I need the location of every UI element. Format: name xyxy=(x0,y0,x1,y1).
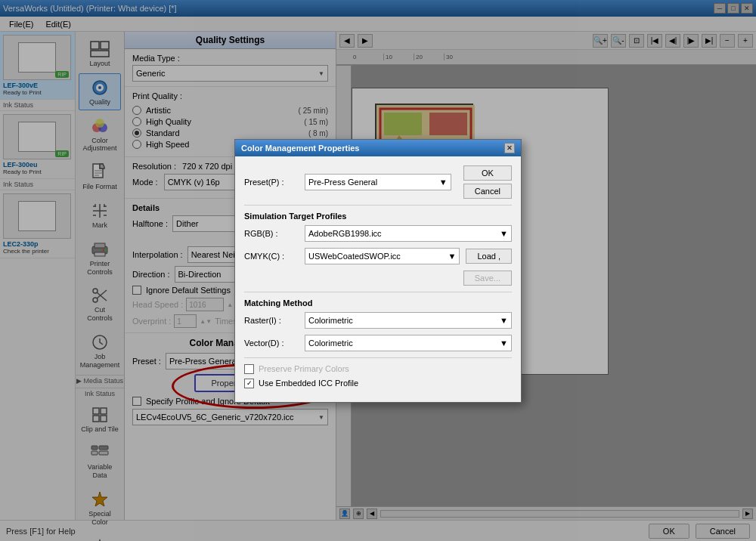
dialog-raster-row: Raster(I) : Colorimetric ▼ xyxy=(244,312,512,329)
dialog-rgb-value: AdobeRGB1998.icc xyxy=(308,229,382,238)
dialog-save-button[interactable]: Save... xyxy=(463,270,512,286)
dialog-matching-label: Matching Method xyxy=(244,298,512,308)
dialog-action-buttons: OK Cancel xyxy=(457,165,512,199)
dialog-use-embedded-row[interactable]: ✓ Use Embedded ICC Profile xyxy=(244,379,512,388)
dialog-overlay: Color Management Properties ✕ Preset(P) … xyxy=(0,0,756,541)
dialog-preset-row: Preset(P) : Pre-Press General ▼ OK Cance… xyxy=(244,165,512,199)
dialog-preset-arrow: ▼ xyxy=(439,178,448,187)
dialog-preserve-label: Preserve Primary Colors xyxy=(259,364,349,373)
dialog-raster-arrow: ▼ xyxy=(500,316,508,325)
dialog-rgb-label: RGB(B) : xyxy=(244,229,305,238)
dialog-title-bar: Color Management Properties ✕ xyxy=(235,140,521,156)
dialog-divider-3 xyxy=(244,357,512,358)
dialog-cmyk-label: CMYK(C) : xyxy=(244,252,305,261)
dialog-vector-label: Vector(D) : xyxy=(244,339,305,348)
dialog-divider-2 xyxy=(244,292,512,292)
dialog-cmyk-value: USWebCoatedSWOP.icc xyxy=(308,252,401,261)
dialog-rgb-row: RGB(B) : AdobeRGB1998.icc ▼ xyxy=(244,225,512,242)
dialog-preset-select[interactable]: Pre-Press General ▼ xyxy=(305,174,451,190)
dialog-close-button[interactable]: ✕ xyxy=(504,143,515,153)
dialog-vector-select[interactable]: Colorimetric ▼ xyxy=(305,335,512,351)
dialog-preset-label: Preset(P) : xyxy=(244,178,305,187)
dialog-raster-value: Colorimetric xyxy=(308,316,353,325)
dialog-preserve-row: Preserve Primary Colors xyxy=(244,364,512,374)
dialog-cmyk-row: CMYK(C) : USWebCoatedSWOP.icc ▼ Load , xyxy=(244,248,512,264)
dialog-use-embedded-checkbox[interactable]: ✓ xyxy=(244,379,254,388)
dialog-raster-select[interactable]: Colorimetric ▼ xyxy=(305,312,512,329)
dialog-vector-value: Colorimetric xyxy=(308,339,353,348)
dialog-vector-row: Vector(D) : Colorimetric ▼ xyxy=(244,335,512,351)
dialog-load-button[interactable]: Load , xyxy=(466,249,512,264)
dialog-preset-value: Pre-Press General xyxy=(308,178,377,187)
dialog-preserve-checkbox xyxy=(244,364,254,374)
color-management-dialog: Color Management Properties ✕ Preset(P) … xyxy=(234,139,522,403)
dialog-rgb-arrow: ▼ xyxy=(500,229,508,238)
dialog-cancel-button[interactable]: Cancel xyxy=(463,184,512,199)
dialog-title: Color Management Properties xyxy=(241,144,359,153)
dialog-cmyk-select[interactable]: USWebCoatedSWOP.icc ▼ xyxy=(305,248,460,264)
dialog-ok-button[interactable]: OK xyxy=(463,165,512,181)
dialog-vector-arrow: ▼ xyxy=(500,339,508,348)
dialog-use-embedded-label: Use Embedded ICC Profile xyxy=(259,379,358,388)
dialog-simulation-label: Simulation Target Profiles xyxy=(244,212,512,221)
dialog-rgb-select[interactable]: AdobeRGB1998.icc ▼ xyxy=(305,225,512,242)
dialog-cmyk-arrow: ▼ xyxy=(448,252,457,261)
dialog-content: Preset(P) : Pre-Press General ▼ OK Cance… xyxy=(235,156,521,402)
dialog-raster-label: Raster(I) : xyxy=(244,316,305,325)
dialog-save-row: Save... xyxy=(244,270,512,286)
dialog-divider-1 xyxy=(244,205,512,206)
